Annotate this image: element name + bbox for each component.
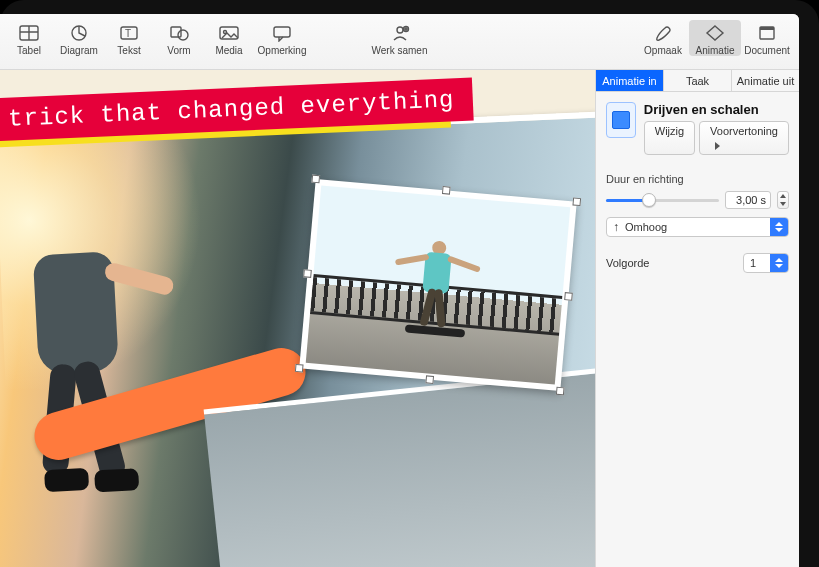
toolbar-chart-label: Diagram (54, 45, 104, 56)
toolbar-animate-label: Animatie (689, 45, 741, 56)
media-icon (204, 22, 254, 44)
animation-tab-bar: Animatie in Taak Animatie uit (596, 70, 799, 92)
toolbar-text-button[interactable]: T Tekst (104, 20, 154, 56)
toolbar-comment-button[interactable]: Opmerking (254, 20, 310, 56)
toolbar-table-label: Tabel (4, 45, 54, 56)
resize-handle-e[interactable] (564, 292, 573, 301)
slider-knob[interactable] (642, 193, 656, 207)
toolbar-format-label: Opmaak (637, 45, 689, 56)
toolbar-animate-button[interactable]: Animatie (689, 20, 741, 56)
app-screen: Tabel Diagram T Tekst Vorm Media (0, 14, 799, 567)
effect-header: Drijven en schalen Wijzig Voorvertoning (596, 92, 799, 163)
toolbar-collaborate-button[interactable]: Werk samen (372, 20, 428, 56)
direction-value: Omhoog (625, 221, 667, 233)
chart-icon (54, 22, 104, 44)
preview-button[interactable]: Voorvertoning (699, 121, 789, 155)
dropdown-arrows-icon (770, 218, 788, 236)
order-row: Volgorde 1 (596, 247, 799, 279)
selected-image[interactable] (299, 179, 577, 391)
comment-icon (254, 22, 310, 44)
order-label: Volgorde (606, 257, 649, 269)
shape-icon (154, 22, 204, 44)
resize-handle-ne[interactable] (572, 197, 581, 206)
svg-point-11 (397, 27, 403, 33)
resize-handle-nw[interactable] (311, 175, 320, 184)
diamond-icon (689, 22, 741, 44)
effect-thumbnail (606, 102, 636, 138)
duration-field[interactable]: 3,00 s (725, 191, 771, 209)
toolbar-collaborate-label: Werk samen (372, 45, 428, 56)
inset-photo (306, 185, 571, 384)
toolbar-media-label: Media (204, 45, 254, 56)
order-value: 1 (750, 257, 756, 269)
tab-action[interactable]: Taak (664, 70, 732, 91)
collaborate-icon (372, 22, 428, 44)
device-frame: Tabel Diagram T Tekst Vorm Media (0, 0, 819, 567)
arrow-up-icon: ↑ (613, 220, 619, 234)
duration-row: 3,00 s (596, 189, 799, 217)
duration-stepper[interactable] (777, 191, 789, 209)
resize-handle-s[interactable] (425, 375, 434, 384)
toolbar-text-label: Tekst (104, 45, 154, 56)
brush-icon (637, 22, 689, 44)
order-select[interactable]: 1 (743, 253, 789, 273)
resize-handle-n[interactable] (442, 186, 451, 195)
resize-handle-se[interactable] (556, 387, 565, 396)
change-effect-button[interactable]: Wijzig (644, 121, 695, 155)
resize-handle-sw[interactable] (295, 364, 304, 373)
svg-rect-10 (274, 27, 290, 37)
svg-point-7 (178, 30, 188, 40)
resize-handle-w[interactable] (303, 269, 312, 278)
toolbar-table-button[interactable]: Tabel (4, 20, 54, 56)
text-icon: T (104, 22, 154, 44)
toolbar-shape-button[interactable]: Vorm (154, 20, 204, 56)
slide-canvas[interactable]: trick that changed everything trick that… (0, 70, 595, 567)
toolbar-media-button[interactable]: Media (204, 20, 254, 56)
direction-select[interactable]: ↑ Omhoog (606, 217, 789, 237)
duration-direction-label: Duur en richting (596, 163, 799, 189)
toolbar-shape-label: Vorm (154, 45, 204, 56)
toolbar-comment-label: Opmerking (254, 45, 310, 56)
toolbar-left-group: Tabel Diagram T Tekst Vorm Media (0, 14, 314, 56)
toolbar-document-label: Document (741, 45, 793, 56)
toolbar-format-button[interactable]: Opmaak (637, 20, 689, 56)
svg-text:T: T (125, 28, 131, 39)
duration-slider[interactable] (606, 199, 719, 202)
toolbar-chart-button[interactable]: Diagram (54, 20, 104, 56)
inspector-panel: Animatie in Taak Animatie uit Drijven en… (595, 70, 799, 567)
toolbar-document-button[interactable]: Document (741, 20, 793, 56)
toolbar: Tabel Diagram T Tekst Vorm Media (0, 14, 799, 70)
dropdown-arrows-icon (770, 254, 788, 272)
effect-name: Drijven en schalen (644, 102, 789, 117)
document-icon (741, 22, 793, 44)
svg-rect-16 (760, 27, 774, 30)
tab-animation-out[interactable]: Animatie uit (732, 70, 799, 91)
tab-animation-in[interactable]: Animatie in (596, 70, 664, 91)
table-icon (4, 22, 54, 44)
